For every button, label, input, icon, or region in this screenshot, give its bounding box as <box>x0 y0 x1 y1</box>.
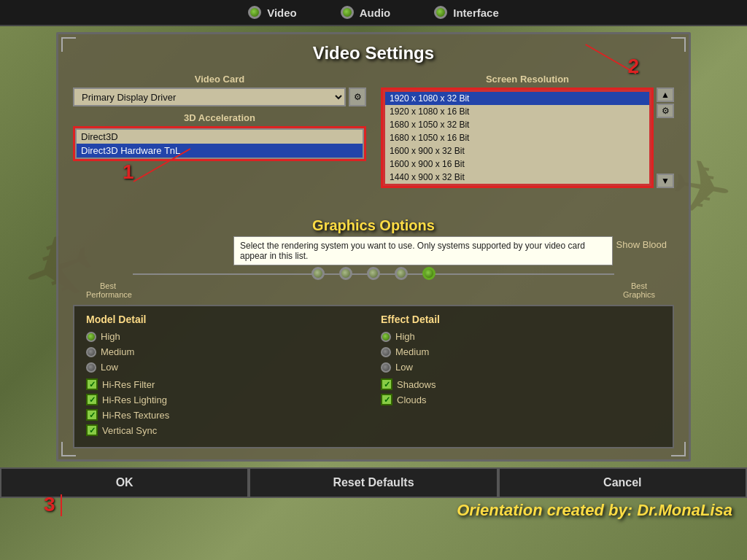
video-card-dropdown[interactable]: Primary Display Driver <box>73 88 346 106</box>
model-high-radio[interactable] <box>86 332 96 342</box>
model-medium-radio[interactable] <box>86 347 96 357</box>
left-settings: Video Card Primary Display Driver ⚙ 3D A… <box>73 74 366 188</box>
clouds-label: Clouds <box>397 394 426 405</box>
effect-low-row: Low <box>381 362 661 373</box>
model-medium-label: Medium <box>101 346 134 357</box>
quality-left-label: BestPerformance <box>86 281 130 299</box>
annotation-2: 2 <box>627 55 639 78</box>
hires-filter-checkbox[interactable]: ✓ <box>86 378 98 390</box>
ok-button[interactable]: OK <box>0 467 249 498</box>
hires-lighting-checkbox[interactable]: ✓ <box>86 394 98 405</box>
res-item-6[interactable]: 1600 x 900 x 16 Bit <box>385 158 649 171</box>
hires-textures-label: Hi-Res Textures <box>102 410 169 421</box>
tab-audio[interactable]: Audio <box>341 6 391 19</box>
clouds-checkbox[interactable]: ✓ <box>381 394 392 405</box>
cancel-button[interactable]: Cancel <box>498 467 747 498</box>
corner-tr <box>671 37 686 52</box>
quality-dot-2[interactable] <box>339 267 352 280</box>
hires-textures-row: ✓ Hi-Res Textures <box>86 409 366 421</box>
effect-low-radio[interactable] <box>381 362 391 373</box>
accel-item-direct3d[interactable]: Direct3D <box>77 130 363 144</box>
quality-dot-1[interactable] <box>311 267 325 280</box>
hires-lighting-row: ✓ Hi-Res Lighting <box>86 394 366 405</box>
acceleration-tooltip: Select the rendering system you want to … <box>233 236 613 265</box>
vertical-sync-checkbox[interactable]: ✓ <box>86 424 98 436</box>
corner-tl <box>61 37 76 52</box>
vertical-sync-label: Vertical Sync <box>102 425 157 436</box>
accel-item-tnl[interactable]: Direct3D Hardware TnL <box>77 144 363 158</box>
model-checkboxes: ✓ Hi-Res Filter ✓ Hi-Res Lighting ✓ Hi-R… <box>86 378 366 436</box>
resolution-listbox[interactable]: 1920 x 1080 x 32 Bit 1920 x 1080 x 16 Bi… <box>383 90 651 186</box>
acceleration-listbox[interactable]: Direct3D Direct3D Hardware TnL <box>75 128 364 159</box>
shadows-label: Shadows <box>397 379 436 390</box>
hires-textures-checkbox[interactable]: ✓ <box>86 409 98 421</box>
model-high-row: High <box>86 331 366 342</box>
right-settings: Screen Resolution 1920 x 1080 x 32 Bit 1… <box>381 74 674 188</box>
annotation-3-line <box>61 494 62 516</box>
shadows-row: ✓ Shadows <box>381 378 661 390</box>
acceleration-list-wrapper: Direct3D Direct3D Hardware TnL <box>73 126 366 161</box>
model-low-row: Low <box>86 362 366 373</box>
model-low-radio[interactable] <box>86 362 96 373</box>
res-item-3[interactable]: 1680 x 1050 x 32 Bit <box>385 118 649 131</box>
bottom-button-bar: OK Reset Defaults Cancel <box>0 467 747 498</box>
hires-lighting-label: Hi-Res Lighting <box>102 394 167 405</box>
model-medium-row: Medium <box>86 346 366 357</box>
annotation-1: 1 <box>123 160 134 184</box>
corner-bl <box>61 442 76 456</box>
effect-high-label: High <box>395 331 415 342</box>
watermark-text: Orientation created by: Dr.MonaLisa <box>457 501 732 520</box>
audio-tab-indicator <box>341 6 354 19</box>
effect-low-label: Low <box>395 362 413 373</box>
graphics-options-title: Graphics Options <box>73 217 674 234</box>
vertical-sync-row: ✓ Vertical Sync <box>86 424 366 436</box>
reset-defaults-button[interactable]: Reset Defaults <box>249 467 498 498</box>
hires-filter-row: ✓ Hi-Res Filter <box>86 378 366 390</box>
shadows-checkbox[interactable]: ✓ <box>381 378 392 390</box>
tab-interface[interactable]: Interface <box>434 6 499 19</box>
effect-detail-title: Effect Detail <box>381 314 661 325</box>
quality-dot-5[interactable] <box>422 267 436 280</box>
quality-dots <box>95 267 652 280</box>
effect-high-radio[interactable] <box>381 332 391 342</box>
acceleration-section: 3D Acceleration Direct3D Direct3D Hardwa… <box>73 112 366 161</box>
dialog-title: Video Settings <box>73 43 674 63</box>
effect-high-row: High <box>381 331 661 342</box>
audio-tab-label: Audio <box>360 7 391 19</box>
video-settings-dialog: Video Settings Video Card Primary Displa… <box>56 32 691 462</box>
resolution-list-wrapper: 1920 x 1080 x 32 Bit 1920 x 1080 x 16 Bi… <box>381 88 654 188</box>
show-blood-label: Show Blood <box>616 239 667 250</box>
effect-medium-row: Medium <box>381 346 661 357</box>
video-card-row: Primary Display Driver ⚙ <box>73 88 366 106</box>
res-item-5[interactable]: 1600 x 900 x 32 Bit <box>385 144 649 158</box>
effect-medium-label: Medium <box>395 346 429 357</box>
quality-dot-4[interactable] <box>395 267 408 280</box>
interface-tab-label: Interface <box>453 7 499 19</box>
res-item-7[interactable]: 1440 x 900 x 32 Bit <box>385 171 649 184</box>
model-detail-col: Model Detail High Medium Low <box>86 314 366 440</box>
top-settings-row: Video Card Primary Display Driver ⚙ 3D A… <box>73 74 674 188</box>
res-item-4[interactable]: 1680 x 1050 x 16 Bit <box>385 131 649 144</box>
res-scroll-down[interactable]: ▼ <box>657 174 674 188</box>
effect-medium-radio[interactable] <box>381 347 391 357</box>
res-scroll-settings[interactable]: ⚙ <box>657 104 674 118</box>
res-item-1[interactable]: 1920 x 1080 x 32 Bit <box>385 92 649 105</box>
effect-detail-col: Effect Detail High Medium Low <box>381 314 661 440</box>
quality-labels: BestPerformance BestGraphics <box>73 281 674 299</box>
corner-br <box>671 442 686 456</box>
res-scroll-buttons: ▲ ⚙ ▼ <box>657 88 674 188</box>
top-navigation: Video Audio Interface <box>0 0 747 26</box>
res-item-2[interactable]: 1920 x 1080 x 16 Bit <box>385 105 649 118</box>
quality-slider-row <box>73 267 674 280</box>
res-scroll-up[interactable]: ▲ <box>657 88 674 102</box>
model-detail-title: Model Detail <box>86 314 366 325</box>
effect-checkboxes: ✓ Shadows ✓ Clouds <box>381 378 661 405</box>
video-card-settings-btn[interactable]: ⚙ <box>349 88 366 106</box>
video-tab-indicator <box>248 6 261 19</box>
hires-filter-label: Hi-Res Filter <box>102 379 155 390</box>
video-card-label: Video Card <box>73 74 366 85</box>
model-low-label: Low <box>101 362 118 373</box>
quality-dot-3[interactable] <box>367 267 380 280</box>
video-tab-label: Video <box>267 7 297 19</box>
tab-video[interactable]: Video <box>248 6 297 19</box>
